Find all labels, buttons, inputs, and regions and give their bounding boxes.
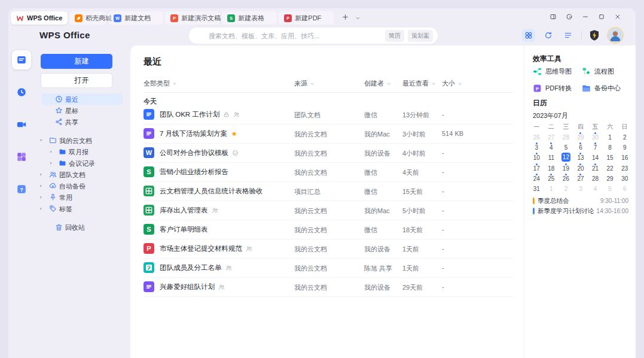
sidebar-item-我的云文档[interactable]: 我的云文档 [35, 135, 130, 146]
caret-right-icon[interactable] [39, 207, 43, 211]
tool-流程图[interactable]: 流程图 [582, 67, 628, 76]
new-button[interactable]: 新建 [41, 54, 112, 69]
calendar-day[interactable]: 28 [558, 132, 573, 142]
sidebar-item-星标[interactable]: 星标 [35, 105, 130, 116]
tab-document-2[interactable]: W新建文档 [108, 11, 163, 25]
split-view-button[interactable] [550, 13, 557, 20]
calendar-day[interactable]: 14 [588, 152, 603, 162]
new-tab-button[interactable] [341, 13, 349, 23]
file-row[interactable]: S客户订单明细表我的云文档微信18天前- [144, 220, 513, 239]
tab-document-3[interactable]: P新建演示文稿 [165, 11, 220, 25]
caret-down-icon[interactable] [39, 138, 43, 142]
calendar-day[interactable]: 10 [529, 152, 544, 162]
calendar-day[interactable]: 5 [603, 183, 618, 193]
calendar-day[interactable]: 6 [573, 142, 588, 152]
file-row[interactable]: 团队 OKR 工作计划团队文档微信13分钟前- [144, 105, 513, 125]
caret-right-icon[interactable] [39, 172, 43, 177]
calendar-prev-icon[interactable] [611, 112, 616, 117]
calendar-day[interactable]: 11 [544, 152, 559, 162]
calendar-day-selected[interactable]: 12 [558, 152, 573, 162]
calendar-day[interactable]: 27 [573, 173, 588, 183]
calendar-day[interactable]: 16 [617, 152, 632, 162]
calendar-day[interactable]: 23 [617, 163, 632, 173]
calendar-day[interactable]: 4 [588, 183, 603, 193]
sidebar-item-标签[interactable]: 标签 [35, 203, 130, 214]
calendar-day[interactable]: 22 [603, 163, 618, 173]
global-search[interactable]: 简历策划案 [189, 28, 438, 44]
calendar-day[interactable]: 24 [529, 173, 544, 183]
tab-document-4[interactable]: S新建表格 [222, 11, 277, 25]
rail-item-help[interactable]: ? [12, 180, 31, 199]
calendar-day[interactable]: 3 [529, 142, 544, 152]
calendar-day[interactable]: 29 [573, 132, 588, 142]
calendar-day[interactable]: 28 [588, 173, 603, 183]
calendar-day[interactable]: 18 [544, 163, 559, 173]
calendar-day[interactable]: 17 [529, 163, 544, 173]
gear-icon[interactable] [508, 60, 517, 68]
add-event-icon[interactable] [621, 98, 628, 105]
file-row[interactable]: S营销小组业绩分析报告我的云文档微信4天前- [144, 163, 513, 182]
file-row[interactable]: 兴趣爱好组队计划我的云文档我的设备29天前- [144, 278, 513, 297]
filter-创建者[interactable]: 创建者 [364, 79, 391, 88]
calendar-day[interactable]: 7 [588, 142, 603, 152]
calendar-day[interactable]: 25 [544, 173, 559, 183]
calendar-day[interactable]: 19 [558, 163, 573, 173]
tab-document-1[interactable]: 稻壳商城 [69, 11, 106, 25]
calendar-day[interactable]: 2 [617, 132, 632, 142]
list-menu-button[interactable] [561, 29, 575, 42]
calendar-day[interactable]: 31 [529, 183, 544, 193]
calendar-day[interactable]: 30 [588, 132, 603, 142]
calendar-day[interactable]: 1 [603, 132, 618, 142]
sidebar-item-会议记录[interactable]: 会议记录 [35, 157, 130, 169]
calendar-day[interactable]: 2 [558, 183, 573, 193]
minimize-button[interactable] [582, 13, 589, 20]
caret-right-icon[interactable] [49, 161, 53, 165]
calendar-event[interactable]: 新季度学习计划讨论14:30-16:00 [533, 206, 628, 216]
rail-item-calendar[interactable] [12, 83, 31, 102]
calendar-day[interactable]: 21 [588, 163, 603, 173]
filter-最近查看[interactable]: 最近查看 [402, 79, 436, 88]
vip-shield-icon[interactable] [588, 29, 600, 41]
sidebar-item-团队文档[interactable]: 团队文档 [35, 169, 130, 180]
tab-document-5[interactable]: P新建PDF [279, 11, 334, 25]
theme-button[interactable] [566, 13, 573, 20]
calendar-next-icon[interactable] [622, 112, 628, 117]
tab-list-menu-button[interactable] [355, 13, 361, 23]
search-tag[interactable]: 策划案 [408, 30, 433, 42]
sidebar-item-常用[interactable]: 常用 [35, 192, 130, 203]
sidebar-item-最近[interactable]: 最近 [35, 93, 130, 105]
rail-item-docs[interactable] [12, 50, 31, 69]
rail-item-apps[interactable] [12, 147, 31, 166]
sidebar-item-共享[interactable]: 共享 [35, 116, 130, 128]
calendar-day[interactable]: 13 [573, 152, 588, 162]
calendar-day[interactable]: 5 [558, 142, 573, 152]
search-tag[interactable]: 简历 [385, 30, 404, 42]
calendar-day[interactable]: 15 [603, 152, 618, 162]
calendar-day[interactable]: 27 [544, 132, 559, 142]
calendar-event[interactable]: 季度总结会9:30-11:00 [533, 196, 628, 206]
calendar-day[interactable]: 8 [603, 142, 618, 152]
calendar-day[interactable]: 20 [573, 163, 588, 173]
file-row[interactable]: 库存出入管理表我的云文档我的Mac5小时前- [144, 201, 513, 220]
caret-right-icon[interactable] [39, 195, 43, 199]
sidebar-item-回收站[interactable]: 回收站 [35, 222, 130, 233]
caret-right-icon[interactable] [49, 150, 53, 154]
file-row[interactable]: 云文档管理人员信息统计表格验收项目汇总微信15天前- [144, 182, 513, 201]
maximize-button[interactable] [598, 13, 605, 20]
calendar-day[interactable]: 1 [544, 183, 559, 193]
close-button[interactable] [614, 13, 621, 20]
tab-home[interactable]: WPS Office [11, 11, 68, 25]
file-row[interactable]: 团队成员及分工名单我的云文档陈旭 共享1天前- [144, 259, 513, 278]
calendar-day[interactable]: 4 [544, 142, 559, 152]
rail-item-meeting[interactable] [12, 115, 31, 134]
file-row[interactable]: P市场主体登记提交材料规范我的云文档我的设备1天前- [144, 239, 513, 259]
tool-备份中心[interactable]: 备份中心 [582, 84, 628, 93]
open-button[interactable]: 打开 [41, 73, 112, 88]
tool-PDF转换[interactable]: PPDF转换 [533, 84, 582, 93]
filter-大小[interactable]: 大小 [442, 79, 462, 88]
calendar-day[interactable]: 29 [603, 173, 618, 183]
calendar-day[interactable]: 6 [617, 183, 632, 193]
filter-全部类型[interactable]: 全部类型 [144, 79, 177, 88]
calendar-day[interactable]: 26 [558, 173, 573, 183]
sidebar-item-自动备份[interactable]: 自动备份 [35, 180, 130, 192]
